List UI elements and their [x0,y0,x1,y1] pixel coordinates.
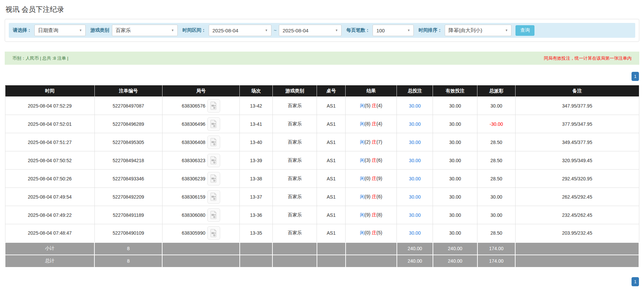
sort-order-select[interactable]: 降幂(由大到小) ▼ [445,25,511,36]
cell-game-type: 百家乐 [272,97,317,115]
video-replay-button[interactable] [207,172,220,185]
result-player-label: 闲 [360,230,365,235]
summary-bar: 币别：人民币 | 总共 :8 注单 | 同局有效投注，统一计算在该局第一张注单内 [5,52,639,65]
filter-bar: 请选择： 日期查询 ▼ 游戏类别 百家乐 ▼ 时间区间： 2025-08-04 … [9,23,635,38]
chevron-down-icon: ▼ [502,29,511,32]
cell-time: 2025-08-04 07:50:26 [5,170,94,188]
sort-order-value: 降幂(由大到小) [445,27,482,34]
cell-total-bet: 30.00 [397,224,433,242]
date-from-select[interactable]: 2025-08-04 ▼ [209,25,271,36]
page-button-1[interactable]: 1 [632,277,639,286]
cell-bet-id: 522708496289 [94,115,162,133]
round-id-text: 638306323 [182,158,205,163]
cell-result: 闲(0) 庄(9) [346,170,397,188]
total-bet-link[interactable]: 30.00 [409,176,421,181]
video-file-icon [210,156,217,165]
result-player-label: 闲 [360,194,365,199]
result-banker-label: 庄 [372,121,377,126]
subtotal-valid-bet: 240.00 [433,242,477,255]
cell-table-no: AS1 [317,224,346,242]
result-player-label: 闲 [360,157,365,163]
cell-time: 2025-08-04 07:52:01 [5,115,94,133]
table-row: 2025-08-04 07:48:47 522708490109 6383059… [5,224,639,242]
total-bet-link[interactable]: 30.00 [409,194,421,200]
sort-order-label: 时间排序： [418,27,442,33]
date-to-value: 2025-08-04 [279,28,309,33]
result-player-score: (9) [365,212,371,217]
table-row: 2025-08-04 07:49:22 522708491189 6383060… [5,206,639,224]
query-type-value: 日期查询 [35,27,58,34]
game-type-label: 游戏类别 [90,27,109,33]
result-banker-label: 庄 [372,157,377,163]
subtotal-total-bet: 240.00 [397,242,433,255]
result-banker-label: 庄 [372,103,377,108]
result-player-score: (9) [365,194,371,199]
cell-time: 2025-08-04 07:48:47 [5,224,94,242]
result-banker-label: 庄 [372,176,377,181]
cell-valid-bet: 30.00 [433,151,477,170]
result-player-label: 闲 [360,176,365,181]
total-count: 8 [94,255,162,267]
video-replay-button[interactable] [207,208,220,222]
search-button[interactable]: 查询 [516,25,534,36]
cell-time: 2025-08-04 07:49:54 [5,188,94,206]
video-file-icon [210,193,217,201]
col-header-round-id: 局号 [162,86,239,97]
cell-valid-bet: 30.00 [433,170,477,188]
round-id-text: 638306239 [182,176,205,181]
pagination-top: 1 [5,72,639,81]
result-player-score: (5) [365,103,371,108]
table-row: 2025-08-04 07:52:01 522708496289 6383064… [5,115,639,133]
cell-bet-id: 522708491189 [94,206,162,224]
cell-valid-bet: 30.00 [433,133,477,151]
cell-bet-id: 522708494218 [94,151,162,170]
total-row: 总计 8 240.00 240.00 174.00 [5,255,639,267]
result-player-score: (3) [365,157,371,163]
date-to-select[interactable]: 2025-08-04 ▼ [279,25,342,36]
page-button-1[interactable]: 1 [632,72,639,81]
video-replay-button[interactable] [207,99,220,113]
cell-note: 232.45/262.45 [515,206,639,224]
cell-bet-id: 522708495305 [94,133,162,151]
video-replay-button[interactable] [207,136,220,149]
total-bet-link[interactable]: 30.00 [409,158,421,163]
round-id-text: 638306576 [182,103,205,109]
cell-session: 13-42 [240,97,273,115]
col-header-time: 时间 [5,86,94,97]
table-row: 2025-08-04 07:49:54 522708492209 6383061… [5,188,639,206]
total-bet-link[interactable]: 30.00 [409,140,421,145]
total-bet-link[interactable]: 30.00 [409,103,421,109]
total-valid-bet: 240.00 [433,255,477,267]
cell-table-no: AS1 [317,115,346,133]
cell-total-bet: 30.00 [397,151,433,170]
table-summary: 小计 8 240.00 240.00 174.00 总计 8 240.00 24… [5,242,639,267]
table-row: 2025-08-04 07:50:26 522708493346 6383062… [5,170,639,188]
cell-result: 闲(9) 庄(6) [346,188,397,206]
query-type-select[interactable]: 日期查询 ▼ [34,25,86,36]
col-header-table-no: 桌号 [317,86,346,97]
video-replay-button[interactable] [207,117,220,131]
cell-table-no: AS1 [317,170,346,188]
cell-session: 13-41 [240,115,273,133]
video-replay-button[interactable] [207,190,220,204]
chevron-down-icon: ▼ [76,29,85,32]
cell-result: 闲(3) 庄(6) [346,151,397,170]
total-bet-link[interactable]: 30.00 [409,230,421,236]
page-size-select[interactable]: 100 ▼ [373,25,414,36]
video-replay-button[interactable] [207,226,220,240]
cell-session: 13-39 [240,151,273,170]
table-header: 时间 注单编号 局号 场次 游戏类别 桌号 结果 总投注 有效投注 总派彩 备注 [5,86,639,97]
col-header-bet-id: 注单编号 [94,86,162,97]
video-replay-button[interactable] [207,154,220,167]
total-bet-link[interactable]: 30.00 [409,121,421,127]
game-type-select[interactable]: 百家乐 ▼ [112,25,178,36]
cell-payout: 28.50 [477,133,516,151]
total-bet-link[interactable]: 30.00 [409,212,421,218]
cell-round-id: 638306408 [162,133,239,151]
cell-time: 2025-08-04 07:49:22 [5,206,94,224]
cell-table-no: AS1 [317,133,346,151]
cell-time: 2025-08-04 07:50:52 [5,151,94,170]
video-file-icon [210,120,217,128]
cell-game-type: 百家乐 [272,206,317,224]
cell-table-no: AS1 [317,97,346,115]
